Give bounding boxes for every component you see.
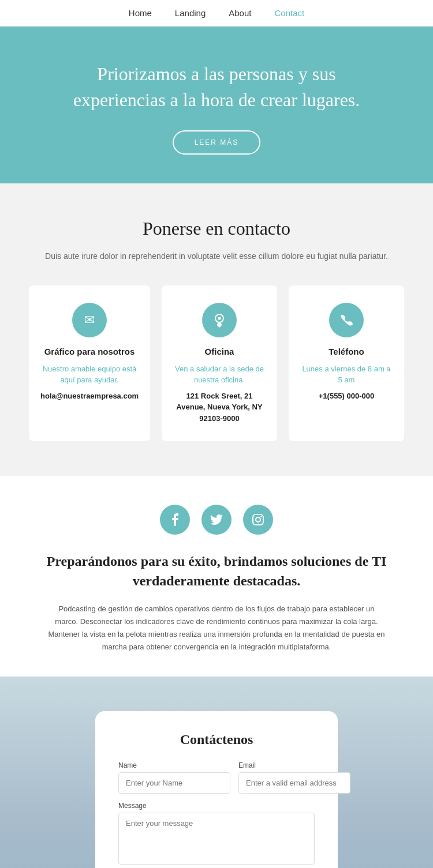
- card-email-title: Gráfico para nosotros: [40, 347, 139, 356]
- card-email-teal: Nuestro amable equipo está aquí para ayu…: [40, 363, 139, 386]
- card-email-bold: hola@nuestraempresa.com: [40, 390, 139, 402]
- form-name-group: Name: [118, 761, 230, 794]
- phone-icon: [329, 303, 364, 337]
- location-icon: [202, 303, 237, 337]
- contact-form-card: Contáctenos Name Email Message Gallery: [95, 711, 338, 868]
- instagram-icon[interactable]: [243, 505, 273, 535]
- hero-button[interactable]: LEER MÁS: [173, 130, 261, 155]
- contact-card-office: Oficina Ven a saludar a la sede de nuest…: [162, 285, 277, 442]
- card-phone-teal: Lunes a viernes de 8 am a 5 am: [300, 363, 393, 386]
- social-icons-row: [46, 505, 387, 535]
- contact-info-section: Ponerse en contacto Duis aute irure dolo…: [0, 183, 433, 476]
- svg-point-4: [260, 516, 262, 518]
- navigation: Home Landing About Contact: [0, 0, 433, 27]
- message-label: Message: [118, 802, 315, 810]
- name-input[interactable]: [118, 772, 230, 794]
- contact-card-email: ✉ Gráfico para nosotros Nuestro amable e…: [29, 285, 150, 442]
- contact-card-phone: Teléfono Lunes a viernes de 8 am a 5 am …: [289, 285, 404, 442]
- svg-point-1: [218, 317, 221, 320]
- card-office-title: Oficina: [173, 347, 266, 356]
- contact-section-subtitle: Duis aute irure dolor in reprehenderit i…: [29, 250, 404, 262]
- facebook-icon[interactable]: [160, 505, 190, 535]
- social-heading: Preparándonos para su éxito, brindamos s…: [46, 552, 387, 591]
- contact-section-title: Ponerse en contacto: [29, 218, 404, 239]
- nav-about[interactable]: About: [229, 8, 251, 18]
- card-office-bold: 121 Rock Sreet, 21 Avenue, Nueva York, N…: [173, 390, 266, 424]
- email-input[interactable]: [238, 772, 350, 794]
- form-section: Contáctenos Name Email Message Gallery: [0, 677, 433, 868]
- card-office-teal: Ven a saludar a la sede de nuestra ofici…: [173, 363, 266, 386]
- social-section: Preparándonos para su éxito, brindamos s…: [0, 476, 433, 677]
- email-icon: ✉: [72, 303, 107, 337]
- form-name-email-row: Name Email: [118, 761, 315, 794]
- svg-point-3: [256, 517, 260, 522]
- twitter-icon[interactable]: [201, 505, 232, 535]
- form-title: Contáctenos: [118, 732, 315, 747]
- email-label: Email: [238, 761, 350, 769]
- hero-section: Priorizamos a las personas y sus experie…: [0, 27, 433, 183]
- name-label: Name: [118, 761, 230, 769]
- hero-heading: Priorizamos a las personas y sus experie…: [58, 61, 375, 113]
- nav-contact[interactable]: Contact: [274, 8, 304, 18]
- nav-landing[interactable]: Landing: [175, 8, 206, 18]
- card-phone-title: Teléfono: [300, 347, 393, 356]
- message-input[interactable]: [118, 813, 315, 865]
- social-body: Podcasting de gestión de cambios operati…: [46, 603, 387, 653]
- form-message-group: Message: [118, 802, 315, 865]
- nav-home[interactable]: Home: [129, 8, 152, 18]
- form-email-group: Email: [238, 761, 350, 794]
- contact-cards: ✉ Gráfico para nosotros Nuestro amable e…: [29, 285, 404, 442]
- card-phone-bold: +1(555) 000-000: [300, 390, 393, 402]
